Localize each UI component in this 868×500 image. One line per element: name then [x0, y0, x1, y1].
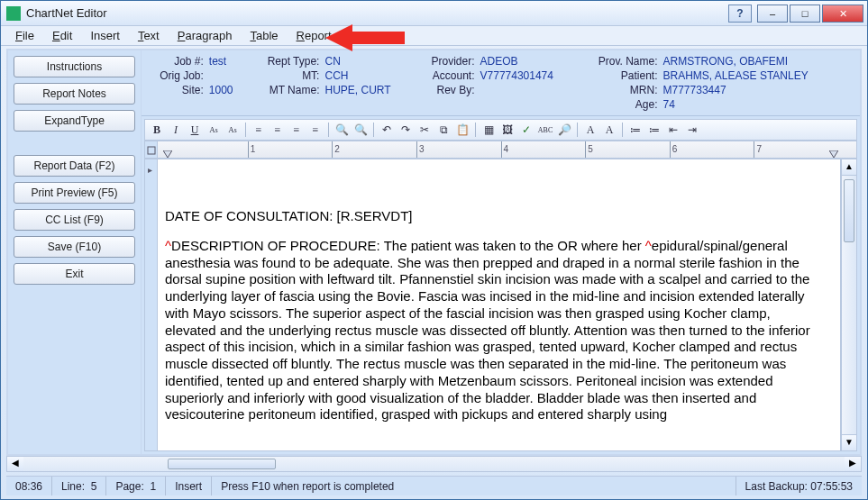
ruler-tick-label: 2 [334, 144, 340, 154]
numbered-list-button[interactable]: ≔ [646, 122, 662, 138]
find-button[interactable]: 🔎 [556, 122, 572, 138]
report-data-button[interactable]: Report Data (F2) [14, 155, 135, 177]
ruler-tick-label: 4 [504, 144, 509, 154]
site-label: Site: [149, 83, 207, 97]
minimize-button[interactable] [757, 5, 788, 23]
subscript-button[interactable]: As [224, 122, 241, 138]
paste-button[interactable]: 📋 [454, 122, 471, 138]
caret-marker: ^ [165, 238, 171, 253]
maximize-button[interactable] [790, 5, 820, 23]
report-notes-button[interactable]: Report Notes [14, 83, 135, 105]
status-page: Page: 1 [106, 477, 166, 495]
align-justify-button[interactable]: ≡ [307, 122, 324, 138]
doc-heading-consultation: DATE OF CONSULTATION: [R.SERVDT] [165, 208, 815, 225]
account-value: V77774301474 [479, 68, 585, 83]
scroll-left-button[interactable]: ◀ [7, 457, 23, 471]
rev-by-label: Rev By: [421, 83, 479, 97]
zoom-in-icon[interactable]: 🔍 [333, 122, 350, 138]
app-icon [6, 6, 21, 21]
copy-button[interactable]: ⧉ [435, 122, 452, 138]
status-backup: Last Backup: 07:55:53 [736, 477, 862, 495]
status-mode: Insert [166, 477, 212, 495]
job-no-value: test [207, 54, 255, 68]
bullet-list-button[interactable]: ≔ [627, 122, 644, 138]
bold-button[interactable]: B [149, 122, 165, 138]
mt-label: MT: [255, 68, 324, 83]
menu-text[interactable]: Text [129, 27, 169, 44]
svg-marker-3 [829, 150, 838, 158]
insert-table-button[interactable]: ▦ [480, 122, 497, 138]
mt-name-label: MT Name: [255, 83, 324, 97]
zoom-out-icon[interactable]: 🔍 [352, 122, 369, 138]
horizontal-scrollbar[interactable]: ◀ ▶ [6, 456, 862, 472]
align-right-button[interactable]: ≡ [288, 122, 305, 138]
site-value: 1000 [207, 83, 255, 97]
svg-rect-1 [148, 147, 155, 154]
italic-button[interactable]: I [168, 122, 184, 138]
menu-insert[interactable]: Insert [81, 27, 129, 44]
expand-type-button[interactable]: ExpandType [14, 110, 135, 132]
text-color-button[interactable]: A [582, 122, 598, 138]
rept-type-value: CN [323, 54, 420, 68]
window-title: ChartNet Editor [26, 6, 728, 20]
menu-table[interactable]: Table [241, 27, 287, 44]
insert-image-button[interactable]: 🖼 [499, 122, 516, 138]
provider-value: ADEOB [479, 54, 585, 68]
mt-value: CCH [323, 68, 420, 83]
rev-by-value [479, 83, 585, 97]
status-bar: 08:36 Line: 5 Page: 1 Insert Press F10 w… [6, 476, 862, 495]
mrn-value: M777733447 [662, 83, 853, 97]
scroll-right-button[interactable]: ▶ [845, 457, 861, 471]
formatting-toolbar: B I U As As ≡ ≡ ≡ ≡ 🔍 🔍 ↶ ↷ ✂ ⧉ 📋 [144, 119, 857, 141]
spellcheck-button[interactable]: ✓ [518, 122, 535, 138]
status-hint: Press F10 when report is completed [212, 477, 736, 495]
ruler-tick-label: 7 [756, 144, 762, 154]
status-line: Line: 5 [52, 477, 106, 495]
svg-marker-2 [163, 150, 172, 158]
scroll-up-button[interactable]: ▲ [842, 159, 856, 176]
mt-name-value: HUPE, CURT [323, 83, 420, 97]
menu-edit[interactable]: Edit [43, 27, 81, 44]
cc-list-button[interactable]: CC List (F9) [14, 209, 135, 231]
menu-file[interactable]: File [6, 27, 43, 44]
highlight-button[interactable]: A [601, 122, 617, 138]
mrn-label: MRN: [584, 83, 661, 97]
spellcheck-abc-button[interactable]: ABC [537, 122, 553, 138]
print-preview-button[interactable]: Print Preview (F5) [14, 182, 135, 204]
orig-job-label: Orig Job: [149, 68, 207, 83]
info-panel: Job #: test Rept Type: CN Provider: ADEO… [142, 50, 860, 116]
doc-paragraph-procedure: ^DESCRIPTION OF PROCEDURE: The patient w… [165, 238, 815, 423]
outdent-button[interactable]: ⇤ [665, 122, 681, 138]
patient-value: BRAHMS, ALEASE STANLEY [662, 68, 853, 83]
menu-paragraph[interactable]: Paragraph [169, 27, 242, 44]
provider-label: Provider: [421, 54, 479, 68]
document-editor[interactable]: DATE OF CONSULTATION: [R.SERVDT] ^DESCRI… [157, 159, 841, 451]
rept-type-label: Rept Type: [255, 54, 324, 68]
status-time: 08:36 [6, 477, 52, 495]
undo-button[interactable]: ↶ [379, 122, 395, 138]
save-button[interactable]: Save (F10) [14, 236, 135, 258]
cut-button[interactable]: ✂ [416, 122, 433, 138]
redo-button[interactable]: ↷ [397, 122, 414, 138]
close-button[interactable] [822, 5, 863, 23]
underline-button[interactable]: U [187, 122, 203, 138]
align-left-button[interactable]: ≡ [251, 122, 267, 138]
scroll-thumb[interactable] [844, 179, 854, 242]
hscroll-thumb[interactable] [168, 459, 276, 469]
vertical-scrollbar[interactable]: ▲ ▼ [841, 159, 857, 451]
ruler[interactable]: 1234567 [144, 141, 857, 159]
help-button[interactable]: ? [728, 5, 752, 23]
patient-label: Patient: [584, 68, 661, 83]
instructions-button[interactable]: Instructions [14, 56, 135, 77]
ruler-tick-label: 5 [588, 144, 593, 154]
ruler-tick-label: 3 [419, 144, 425, 154]
age-value: 74 [662, 97, 853, 112]
scroll-down-button[interactable]: ▼ [842, 434, 856, 450]
align-center-button[interactable]: ≡ [270, 122, 286, 138]
menu-report[interactable]: Report [288, 27, 341, 44]
exit-button[interactable]: Exit [14, 263, 135, 285]
indent-button[interactable]: ⇥ [684, 122, 700, 138]
superscript-button[interactable]: As [206, 122, 222, 138]
menu-user[interactable]: User [341, 27, 383, 44]
age-label: Age: [584, 97, 661, 112]
